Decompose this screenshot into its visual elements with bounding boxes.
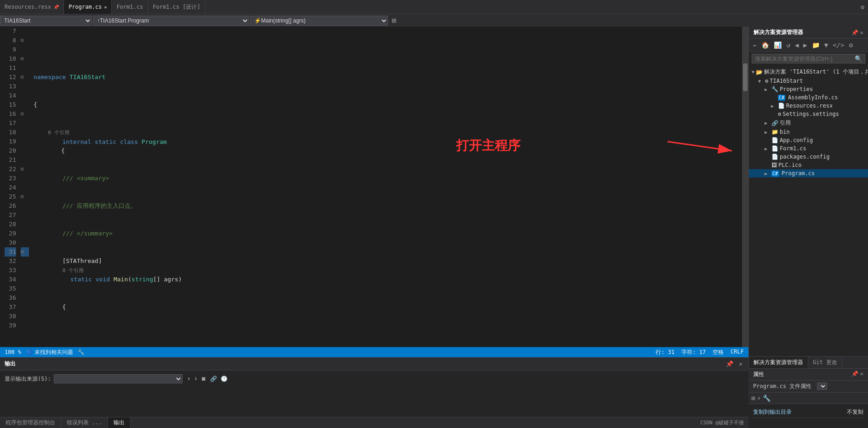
output-close-btn[interactable]: ✕ (737, 360, 744, 367)
bottom-tabs: 程序包管理器控制台 错误列表 ... 输出 CSDN @破罐子不撞 (0, 417, 748, 428)
output-icon5[interactable]: 🕐 (221, 376, 228, 382)
tab-resources-pin[interactable]: 📌 (53, 5, 59, 10)
label-solution: 解决方案 'TIA16Start' (1 个项目，共 1 个) (764, 68, 868, 76)
arrow-solution: ▼ (752, 69, 754, 74)
tree-references[interactable]: ▶ 🔗 引用 (749, 118, 868, 128)
tab-program-close[interactable]: ✕ (104, 5, 107, 10)
props-grid-btn[interactable]: ⊞ (751, 394, 755, 402)
method-dropdown[interactable]: ⚡Main(string[] agrs) (250, 16, 388, 26)
tree-programcs[interactable]: ▶ C# Program.cs (749, 169, 868, 177)
label-project: TIA16Start (770, 78, 803, 84)
tab-error-list[interactable]: 错误列表 ... (61, 417, 108, 428)
icon-assemblyinfo: C# (778, 95, 785, 101)
solution-close-btn[interactable]: ✕ (860, 29, 863, 36)
properties-dropdown[interactable] (817, 382, 827, 390)
tree-plcico[interactable]: 🖼 PLC.ico (749, 161, 868, 169)
sol-home-btn[interactable]: 🏠 (760, 40, 771, 50)
dropdown-expand[interactable]: ⊞ (389, 16, 399, 25)
tab-program[interactable]: Program.cs ✕ (64, 0, 112, 14)
tree-project[interactable]: ▼ ⚙ TIA16Start (749, 77, 868, 85)
label-programcs: Program.cs (782, 170, 815, 177)
sol-showfiles-btn[interactable]: 📁 (811, 40, 821, 50)
tools-status: 🔧 (78, 349, 85, 355)
main-area: 7 8 9 10 11 12 13 14 15 16 17 18 19 20 2… (0, 27, 868, 428)
solution-search-input[interactable] (755, 56, 855, 62)
collapse-summary[interactable]: ⊟ (21, 73, 29, 82)
namespace-dropdown[interactable]: ↑TIA16Start.Program (93, 16, 249, 26)
line-18 (34, 330, 737, 339)
output-source-row: 显示输出来源(S): ⬆ ⬇ ⏹ 🔗 🕐 (5, 372, 744, 385)
tab-form1-label: Form1.cs (116, 4, 143, 10)
output-icon3[interactable]: ⏹ (201, 376, 206, 382)
tree-properties[interactable]: ▶ 🔧 Properties (749, 85, 868, 93)
line-numbers: 7 8 9 10 11 12 13 14 15 16 17 18 19 20 2… (0, 27, 21, 347)
line-15: [STAThread] 0 个引用 (34, 257, 737, 266)
solution-pin-btn[interactable]: 📌 (851, 29, 858, 36)
editor-scrollbar[interactable]: 打开主程序 (742, 27, 748, 347)
scrollbar-thumb[interactable] (743, 63, 748, 91)
solution-tab-explorer[interactable]: 解决方案资源管理器 (749, 357, 808, 368)
output-icon4[interactable]: 🔗 (210, 376, 217, 382)
output-header: 输出 📌 ✕ (0, 358, 748, 371)
output-title: 输出 (5, 360, 16, 368)
collapse-main[interactable]: ⊟ (21, 109, 29, 119)
tree-bin[interactable]: ▶ 📁 bin (749, 128, 868, 136)
collapse-if[interactable]: ⊟ (21, 165, 29, 174)
search-icon: 🔍 (855, 55, 862, 62)
collapse-else[interactable]: ⊟ (21, 247, 29, 257)
label-assemblyinfo: AssemblyInfo.cs (788, 94, 838, 101)
icon-form1cs: 📄 (771, 145, 778, 152)
tab-package-manager[interactable]: 程序包管理器控制台 (0, 417, 61, 428)
sol-code-btn[interactable]: </> (831, 40, 845, 50)
collapse-namespace[interactable]: ⊟ (21, 36, 29, 45)
tree-form1cs[interactable]: ▶ 📄 Form1.cs (749, 144, 868, 153)
tree-solution[interactable]: ▼ 📂 解决方案 'TIA16Start' (1 个项目，共 1 个) (749, 67, 868, 77)
tree-resources[interactable]: ▶ 📄 Resources.resx (749, 102, 868, 110)
collapse-if-exists[interactable]: ⊟ (21, 192, 29, 201)
sol-settings-btn[interactable]: ⚙ (847, 40, 854, 50)
tree-settings[interactable]: ⚙ Settings.settings (749, 110, 868, 118)
props-filter-btn[interactable]: 🔧 (763, 394, 771, 402)
output-pin-btn[interactable]: 📌 (725, 360, 735, 367)
collapse-column: ⊟ ⊟ ⊟ ⊟ ⊟ ⊟ (21, 27, 29, 347)
icon-bin: 📁 (771, 129, 778, 135)
prop-row-copy: 复制到输出目录 不复制 (753, 407, 863, 418)
sol-next-btn[interactable]: ▶ (802, 40, 808, 50)
tab-form1design[interactable]: Form1.cs [设计] (148, 0, 205, 14)
line-14: /// </summary> (34, 229, 737, 238)
output-icon2[interactable]: ⬇ (194, 376, 197, 382)
code-area[interactable]: 7 8 9 10 11 12 13 14 15 16 17 18 19 20 2… (0, 27, 748, 347)
sol-prev-btn[interactable]: ◀ (794, 40, 800, 50)
collapse-class[interactable]: ⊟ (21, 54, 29, 63)
code-content[interactable]: namespace TIA16Start { 0 个引用 internal st… (29, 27, 742, 347)
tree-packagesconfig[interactable]: 📄 packages.config (749, 153, 868, 161)
sol-filter-btn[interactable]: ▼ (823, 40, 829, 50)
watermark: CSDN @破罐子不撞 (700, 419, 748, 426)
project-dropdown[interactable]: TIA16Start (0, 16, 92, 26)
solution-tab-git[interactable]: Git 更改 (808, 357, 842, 368)
tab-gear-button[interactable]: ⚙ (857, 4, 868, 11)
icon-resources: 📄 (778, 103, 785, 109)
properties-toolbar: ⊞ ⚡ 🔧 (748, 393, 868, 404)
tree-appconfig[interactable]: 📄 App.config (749, 136, 868, 144)
sol-back-btn[interactable]: ← (752, 40, 758, 50)
tab-resources[interactable]: Resources.resx 📌 (0, 0, 64, 14)
line-12: /// <summary> (34, 174, 737, 183)
error-text: 未找到相关问题 (34, 348, 73, 356)
label-resources: Resources.resx (786, 103, 833, 109)
props-pin-btn[interactable]: 📌 (851, 371, 858, 378)
props-sort-btn[interactable]: ⚡ (757, 394, 760, 402)
label-plcico: PLC.ico (778, 162, 802, 168)
tab-form1[interactable]: Form1.cs (112, 0, 148, 14)
tree-assemblyinfo[interactable]: C# AssemblyInfo.cs (749, 93, 868, 102)
col-status: 字符: 17 (681, 348, 706, 356)
props-close-btn[interactable]: ✕ (860, 371, 863, 378)
sol-prop-btn[interactable]: 📊 (772, 40, 783, 50)
output-source-select[interactable] (54, 374, 183, 383)
solution-header: 解决方案资源管理器 📌 ✕ (749, 27, 868, 39)
arrow-bin: ▶ (765, 130, 770, 135)
output-icon1[interactable]: ⬆ (187, 376, 190, 382)
icon-packagesconfig: 📄 (771, 154, 778, 160)
sol-refresh-btn[interactable]: ↺ (785, 40, 791, 50)
tab-output[interactable]: 输出 (108, 417, 131, 428)
